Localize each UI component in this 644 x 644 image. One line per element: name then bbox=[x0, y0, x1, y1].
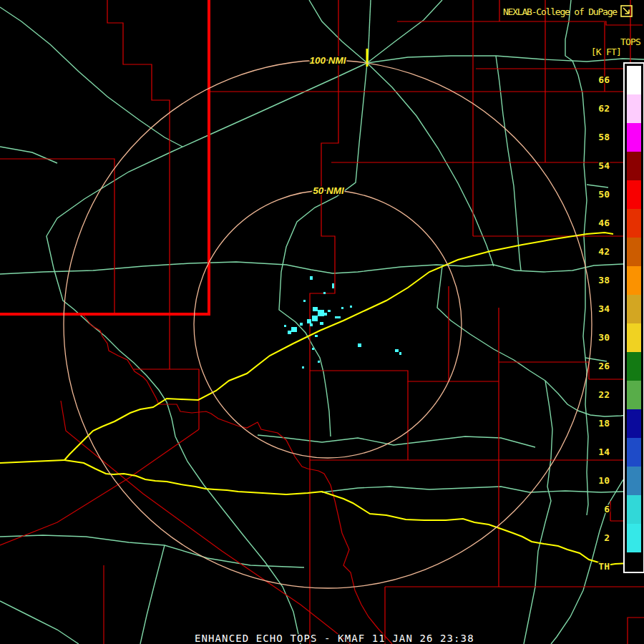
radar-app-window: 100 NMI 50 NMI 6662585450464238343026221… bbox=[0, 0, 644, 644]
site-title: NEXLAB-College of DuPage bbox=[503, 6, 618, 17]
radar-map[interactable]: 100 NMI 50 NMI 6662585450464238343026221… bbox=[0, 0, 644, 644]
legend-label-26: 26 bbox=[598, 361, 610, 371]
legend-title: TOPS bbox=[620, 36, 640, 47]
echo-cell bbox=[399, 352, 401, 355]
legend-label-58: 58 bbox=[598, 132, 610, 142]
legend-label-18: 18 bbox=[598, 418, 610, 429]
echo-cell bbox=[341, 307, 343, 309]
legend-units: [K FT] bbox=[591, 47, 621, 57]
echo-cell bbox=[315, 335, 318, 337]
echo-cell bbox=[335, 316, 341, 318]
legend-swatch-30 bbox=[627, 323, 641, 352]
echo-cell bbox=[312, 348, 314, 350]
echo-cell bbox=[328, 310, 331, 312]
legend-label-30: 30 bbox=[598, 332, 610, 343]
echo-cell bbox=[318, 361, 320, 363]
legend-label-TH: TH bbox=[598, 561, 610, 572]
legend-swatch-66 bbox=[627, 66, 641, 94]
legend-label-62: 62 bbox=[598, 103, 610, 114]
echo-cell bbox=[358, 343, 361, 347]
echo-cell bbox=[313, 307, 318, 311]
echo-cell bbox=[300, 323, 303, 326]
echo-cell bbox=[323, 292, 326, 294]
outer-ring-label: 100 NMI bbox=[309, 55, 346, 66]
echo-cell bbox=[302, 366, 304, 369]
legend-swatch-14 bbox=[627, 438, 641, 467]
legend-label-2: 2 bbox=[604, 532, 610, 543]
legend-swatch-34 bbox=[627, 295, 641, 323]
legend-label-10: 10 bbox=[598, 475, 610, 486]
legend-swatch-58 bbox=[627, 123, 641, 152]
legend-label-22: 22 bbox=[598, 389, 610, 400]
echo-cell bbox=[395, 349, 399, 352]
legend-label-6: 6 bbox=[604, 504, 610, 514]
legend-swatch-2 bbox=[627, 524, 641, 552]
inner-ring-label: 50 NMI bbox=[313, 185, 344, 196]
legend-swatch-22 bbox=[627, 381, 641, 409]
legend-swatch-38 bbox=[627, 266, 641, 295]
echo-cell bbox=[291, 327, 297, 332]
legend-swatch-26 bbox=[627, 352, 641, 381]
echo-cell bbox=[312, 316, 318, 321]
legend-swatch-42 bbox=[627, 238, 641, 266]
legend-swatch-10 bbox=[627, 467, 641, 495]
echo-cell bbox=[350, 306, 352, 308]
echo-cell bbox=[332, 283, 334, 288]
legend-label-14: 14 bbox=[598, 447, 610, 457]
echo-cell bbox=[288, 331, 291, 334]
legend-label-38: 38 bbox=[598, 275, 610, 286]
legend-label-34: 34 bbox=[598, 303, 610, 314]
echo-cell bbox=[310, 276, 313, 280]
legend-swatch-6 bbox=[627, 495, 641, 524]
echo-cell bbox=[323, 313, 327, 316]
echo-cell bbox=[320, 322, 323, 325]
legend-label-66: 66 bbox=[598, 74, 610, 85]
echo-cell bbox=[318, 310, 324, 316]
echo-cell bbox=[310, 323, 313, 326]
echo-cell bbox=[284, 325, 286, 327]
echo-cell bbox=[303, 300, 306, 302]
legend-swatch-62 bbox=[627, 94, 641, 123]
legend-swatch-18 bbox=[627, 409, 641, 438]
legend-label-42: 42 bbox=[598, 246, 610, 257]
status-bar-text: ENHANCED ECHO TOPS - KMAF 11 JAN 26 23:3… bbox=[195, 633, 474, 644]
echo-cell bbox=[307, 319, 311, 323]
legend-label-46: 46 bbox=[598, 218, 610, 228]
legend-swatch-46 bbox=[627, 209, 641, 238]
legend-label-54: 54 bbox=[598, 160, 610, 171]
legend-swatch-54 bbox=[627, 152, 641, 180]
legend-label-50: 50 bbox=[598, 189, 610, 200]
legend-swatch-50 bbox=[627, 180, 641, 209]
